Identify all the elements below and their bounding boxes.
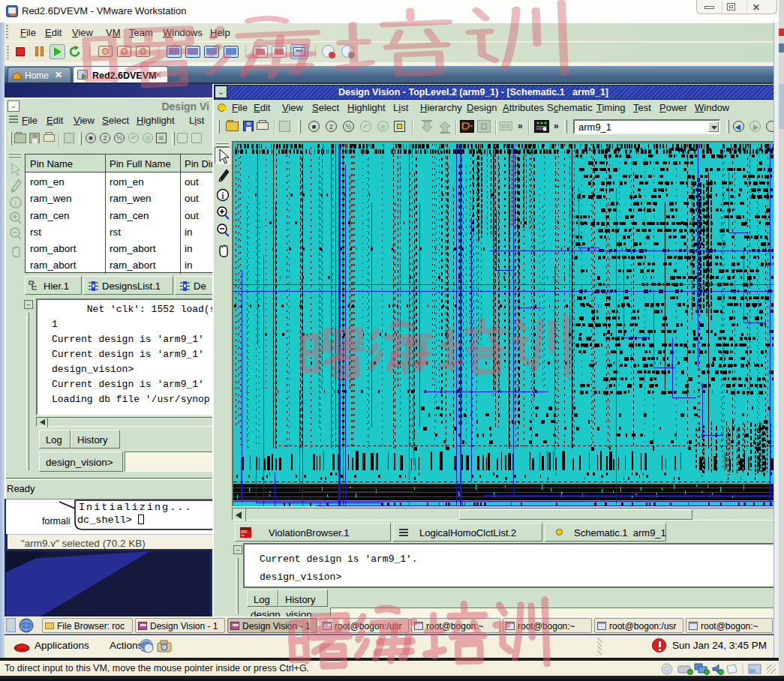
svg-text:DRC: DRC [241, 530, 248, 535]
svg-text:i: i [15, 199, 17, 207]
